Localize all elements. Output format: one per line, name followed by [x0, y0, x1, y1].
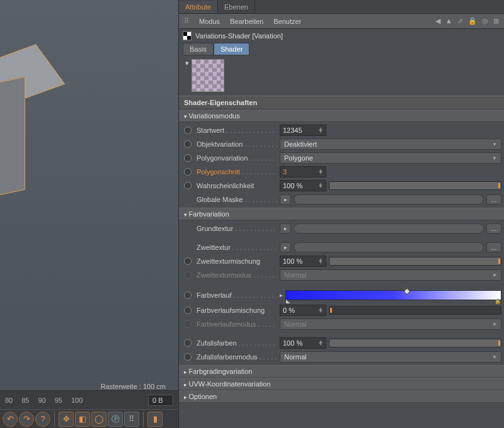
- label-grundtextur: Grundtextur: [197, 225, 277, 232]
- field-startwert[interactable]: 12345▲▼: [280, 125, 326, 136]
- gradient-editor[interactable]: ◣ 🔒: [285, 290, 501, 300]
- anim-dot[interactable]: [184, 154, 192, 162]
- anim-dot: [184, 271, 192, 279]
- rotate-tool-button[interactable]: ◯: [91, 412, 106, 427]
- object-name: Variations-Shader [Variation]: [195, 32, 283, 40]
- dropdown-zweittexturmodus: Normal▼: [280, 269, 501, 281]
- timeline-tick: 90: [38, 397, 46, 404]
- grundtextur-menu-button[interactable]: ▸: [280, 223, 291, 234]
- tab-layers[interactable]: Ebenen: [218, 1, 255, 13]
- new-icon[interactable]: ⊞: [493, 17, 499, 25]
- bottom-toolbar: ↶ ↷ ? ✥ ◧ ◯ Ⓟ ⠿ ▮: [0, 409, 178, 428]
- maske-menu-button[interactable]: ▸: [280, 194, 291, 205]
- maske-browse-button[interactable]: ...: [486, 194, 501, 205]
- object-header: Variations-Shader [Variation]: [179, 29, 504, 43]
- label-zufallsfarbenmodus: Zufallsfarbenmodus: [197, 353, 277, 361]
- timeline[interactable]: 80 85 90 95 100 0 B: [0, 390, 178, 409]
- dropdown-polygonvariation[interactable]: Polygone▼: [280, 152, 501, 164]
- label-zweittexturmodus: Zweittexturmodus: [197, 271, 277, 279]
- field-farbverlaufsmischung[interactable]: 0 %▲▼: [280, 305, 326, 316]
- label-zweittexturmischung: Zweittexturmischung: [197, 257, 277, 265]
- subtab-basis[interactable]: Basis: [183, 43, 214, 55]
- group-variationsmodus[interactable]: Variationsmodus: [179, 110, 504, 122]
- label-zufallsfarben: Zufallsfarben: [197, 339, 277, 347]
- subtab-shader[interactable]: Shader: [214, 43, 249, 55]
- target-icon[interactable]: ◎: [482, 17, 488, 25]
- timeline-tick: 100: [71, 397, 83, 404]
- anim-dot[interactable]: [184, 307, 192, 314]
- gradient-collapse-icon[interactable]: ▸: [280, 292, 283, 298]
- anim-dot[interactable]: [184, 353, 192, 361]
- anim-dot: [184, 320, 192, 328]
- viewport[interactable]: Rasterweite : 100 cm 80 85 90 95 100 0 B…: [0, 0, 178, 428]
- shader-icon: [183, 31, 192, 40]
- shader-subtabs: Basis Shader: [179, 43, 504, 55]
- anim-dot[interactable]: [184, 168, 192, 176]
- snap-button[interactable]: ⠿: [124, 412, 139, 427]
- slider-zweittexturmischung[interactable]: [329, 257, 501, 266]
- anim-dot[interactable]: [184, 339, 192, 347]
- label-startwert: Startwert: [197, 127, 277, 134]
- panel-menubar: ⠿ Modus Bearbeiten Benutzer ◀ ▲ ⬀ 🔒 ◎ ⊞: [179, 14, 504, 29]
- label-polygonschritt: Polygonschritt: [197, 168, 277, 176]
- zweittextur-menu-button[interactable]: ▸: [280, 242, 291, 252]
- menu-mode[interactable]: Modus: [199, 18, 220, 25]
- help-button[interactable]: ?: [35, 412, 50, 427]
- label-farbverlaufsmodus: Farbverlaufsmodus: [197, 320, 277, 328]
- group-farbvariation[interactable]: Farbvariation: [179, 208, 504, 220]
- anim-dot[interactable]: [184, 127, 192, 134]
- field-wahrscheinlichkeit[interactable]: 100 %▲▼: [280, 180, 326, 191]
- nav-up-icon[interactable]: ▲: [445, 17, 452, 25]
- dropdown-farbverlaufsmodus: Normal▼: [280, 318, 501, 330]
- shader-preview[interactable]: [192, 59, 224, 92]
- redo-button[interactable]: ↷: [19, 412, 34, 427]
- zweittextur-browse-button[interactable]: ...: [486, 242, 501, 252]
- field-polygonschritt[interactable]: 3▲▼: [280, 166, 326, 177]
- dropdown-objektvariation[interactable]: Deaktiviert▼: [280, 138, 501, 150]
- menu-user[interactable]: Benutzer: [273, 18, 301, 25]
- group-optionen[interactable]: Optionen: [179, 390, 504, 403]
- record-button[interactable]: ▮: [147, 412, 163, 427]
- undo-button[interactable]: ↶: [3, 412, 18, 427]
- slider-wahrscheinlichkeit[interactable]: [329, 181, 501, 190]
- lock-icon[interactable]: 🔒: [468, 17, 477, 25]
- group-uvw[interactable]: UVW-Koordinatenvariation: [179, 378, 504, 390]
- label-wahrscheinlichkeit: Wahrscheinlichkeit: [197, 182, 277, 189]
- field-grundtextur[interactable]: [294, 223, 484, 234]
- label-polygonvariation: Polygonvariation: [197, 154, 277, 162]
- anim-dot[interactable]: [184, 257, 192, 265]
- dropdown-zufallsfarbenmodus[interactable]: Normal▼: [280, 351, 501, 363]
- timeline-tick: 80: [5, 397, 13, 404]
- field-zweittexturmischung[interactable]: 100 %▲▼: [280, 256, 326, 267]
- field-zufallsfarben[interactable]: 100 %▲▼: [280, 337, 326, 349]
- move-tool-button[interactable]: ✥: [59, 412, 74, 427]
- field-zweittextur[interactable]: [294, 242, 484, 252]
- gradient-stop-right-icon[interactable]: 🔒: [495, 298, 501, 304]
- slider-zufallsfarben[interactable]: [329, 339, 501, 347]
- menu-edit[interactable]: Bearbeiten: [230, 18, 263, 25]
- panel-tabs: Attribute Ebenen: [179, 0, 504, 14]
- anim-dot[interactable]: [184, 291, 192, 299]
- preview-collapse-icon[interactable]: ▾: [185, 59, 189, 67]
- timeline-frame-field[interactable]: 0 B: [148, 395, 173, 406]
- slider-farbverlaufsmischung[interactable]: [329, 306, 501, 315]
- label-farbverlauf: Farbverlauf: [197, 291, 277, 299]
- gradient-stop-left-icon[interactable]: ◣: [286, 298, 290, 304]
- timeline-tick: 85: [21, 397, 29, 404]
- nav-back-icon[interactable]: ◀: [435, 17, 440, 25]
- coord-tool-button[interactable]: Ⓟ: [108, 412, 123, 427]
- anim-dot[interactable]: [184, 140, 192, 148]
- menubar-grid-icon[interactable]: ⠿: [184, 17, 189, 25]
- field-globale-maske[interactable]: [294, 194, 484, 205]
- group-farbgrading[interactable]: Farbgradingvariation: [179, 365, 504, 378]
- viewport-object[interactable]: [0, 50, 63, 201]
- attribute-panel: Attribute Ebenen ⠿ Modus Bearbeiten Benu…: [178, 0, 504, 428]
- label-globale-maske: Globale Maske: [197, 196, 277, 203]
- anim-dot[interactable]: [184, 182, 192, 189]
- search-icon[interactable]: ⬀: [457, 17, 463, 25]
- timeline-tick: 95: [55, 397, 62, 404]
- tab-attribute[interactable]: Attribute: [179, 1, 218, 13]
- grundtextur-browse-button[interactable]: ...: [486, 223, 501, 234]
- label-farbverlaufsmischung: Farbverlaufsmischung: [197, 307, 277, 314]
- scale-tool-button[interactable]: ◧: [75, 412, 90, 427]
